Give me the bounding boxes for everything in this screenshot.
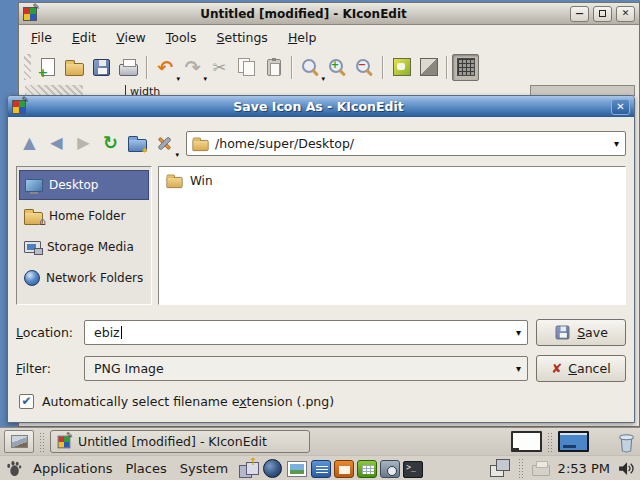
- volume-icon[interactable]: [618, 461, 635, 476]
- dialog-nav-toolbar: ▲ ◀ ▶ ↻ ✶ ▾ /home/super/Desktop/ ▾: [16, 128, 626, 158]
- globe-icon: [263, 459, 282, 478]
- writer-launcher[interactable]: [311, 460, 331, 478]
- colors-button[interactable]: [388, 54, 415, 81]
- paste-icon: [267, 59, 281, 76]
- save-button-label: Save: [577, 325, 608, 340]
- network-monitor-icon[interactable]: [490, 459, 510, 477]
- print-icon: [119, 64, 138, 76]
- toolbar-handle[interactable]: [24, 54, 31, 80]
- printer-icon[interactable]: [532, 465, 550, 476]
- location-dropdown-arrow[interactable]: ▾: [510, 321, 527, 344]
- zoom-in-button[interactable]: +: [324, 54, 351, 81]
- open-folder-icon: [65, 63, 84, 76]
- terminal-launcher[interactable]: >_: [403, 461, 423, 478]
- open-button[interactable]: [61, 54, 88, 81]
- redo-button[interactable]: ↷▾: [179, 54, 206, 81]
- back-button[interactable]: ◀: [43, 130, 70, 157]
- image-viewer-launcher[interactable]: [287, 459, 308, 478]
- kiconedit-app-icon: ✎: [58, 435, 71, 448]
- maximize-icon: [599, 10, 606, 17]
- location-input[interactable]: ebiz ▾: [84, 320, 528, 345]
- up-button[interactable]: ▲: [16, 130, 43, 157]
- configure-button[interactable]: ▾: [151, 130, 178, 157]
- impress-launcher[interactable]: [334, 460, 354, 478]
- find-icon: [301, 58, 320, 77]
- menu-tools[interactable]: Tools: [166, 30, 197, 45]
- menu-places[interactable]: Places: [123, 460, 168, 477]
- desktop-preview-icon: [11, 435, 28, 448]
- filter-combobox[interactable]: PNG Image ▾: [84, 356, 528, 381]
- file-list[interactable]: Win: [158, 166, 626, 305]
- dialog-body: ▲ ◀ ▶ ↻ ✶ ▾ /home/super/Desktop/ ▾: [8, 117, 634, 422]
- copy-button[interactable]: [233, 54, 260, 81]
- show-desktop-button[interactable]: [4, 430, 34, 453]
- cancel-x-icon: ✘: [551, 362, 562, 375]
- dialog-titlebar[interactable]: ✎ Save Icon As - KIconEdit ✕: [8, 96, 634, 117]
- grayscale-button[interactable]: [415, 54, 442, 81]
- path-combobox[interactable]: /home/super/Desktop/ ▾: [186, 131, 626, 156]
- trash-icon[interactable]: [617, 431, 636, 453]
- applet-handle[interactable]: [518, 458, 524, 478]
- close-button[interactable]: ✕: [616, 6, 635, 22]
- workspace-1-icon[interactable]: [511, 431, 542, 452]
- applet-handle[interactable]: [547, 432, 553, 452]
- grid-icon: [457, 58, 475, 76]
- cancel-button-label: Cancel: [568, 361, 610, 376]
- save-icon: [93, 59, 110, 76]
- cancel-button[interactable]: ✘ Cancel: [536, 355, 626, 382]
- filter-dropdown-arrow[interactable]: ▾: [510, 357, 527, 380]
- reload-button[interactable]: ↻: [97, 130, 124, 157]
- undo-button[interactable]: ↶▾: [152, 54, 179, 81]
- task-button-kiconedit[interactable]: ✎ Untitled [modified] - KIconEdit: [50, 430, 310, 453]
- menu-help[interactable]: Help: [288, 30, 317, 45]
- kiconedit-titlebar[interactable]: ✎ Untitled [modified] - KIconEdit — ✕: [19, 3, 639, 25]
- save-button[interactable]: Save: [536, 319, 626, 346]
- grid-toggle-button[interactable]: [452, 54, 479, 81]
- screen-tool-launcher[interactable]: ↑: [239, 459, 260, 478]
- gnome-foot-icon[interactable]: [5, 459, 22, 477]
- photo-tool-launcher[interactable]: [380, 460, 400, 478]
- path-text: /home/super/Desktop/: [210, 136, 608, 151]
- save-button-toolbar[interactable]: [88, 54, 115, 81]
- forward-button[interactable]: ▶: [70, 130, 97, 157]
- minimize-button[interactable]: —: [570, 6, 589, 22]
- new-folder-icon: ✶: [128, 139, 147, 152]
- menu-applications[interactable]: Applications: [31, 460, 114, 477]
- menu-system[interactable]: System: [178, 460, 230, 477]
- paste-button[interactable]: [260, 54, 287, 81]
- file-item-win[interactable]: Win: [165, 172, 235, 189]
- workspace-2-icon[interactable]: [558, 431, 589, 452]
- forward-icon: ▶: [77, 135, 89, 151]
- grayscale-icon: [420, 58, 438, 76]
- folder-icon: [166, 177, 182, 188]
- sidebar-item-network-folders[interactable]: Network Folders: [19, 263, 149, 293]
- new-button[interactable]: +: [34, 54, 61, 81]
- back-icon: ◀: [50, 135, 62, 151]
- sidebar-item-storage-media[interactable]: Storage Media: [19, 232, 149, 262]
- toolbar-handle[interactable]: [25, 85, 83, 95]
- sidebar-item-home-folder[interactable]: ⌂ Home Folder: [19, 201, 149, 231]
- applet-handle[interactable]: [39, 432, 45, 452]
- cut-button[interactable]: ✂: [206, 54, 233, 81]
- task-button-label: Untitled [modified] - KIconEdit: [78, 434, 267, 449]
- new-folder-button[interactable]: ✶: [124, 130, 151, 157]
- print-button[interactable]: [115, 54, 142, 81]
- menu-view[interactable]: View: [116, 30, 146, 45]
- wrench-icon: [155, 134, 174, 153]
- auto-extension-checkbox[interactable]: ✔: [19, 394, 34, 409]
- menu-settings[interactable]: Settings: [217, 30, 268, 45]
- calc-launcher[interactable]: [357, 460, 377, 478]
- menu-edit[interactable]: Edit: [72, 30, 96, 45]
- maximize-button[interactable]: [593, 6, 612, 22]
- dialog-title: Save Icon As - KIconEdit: [30, 99, 607, 114]
- web-browser-launcher[interactable]: [263, 459, 284, 478]
- find-button[interactable]: ▾: [297, 54, 324, 81]
- location-value[interactable]: ebiz: [89, 325, 510, 340]
- dialog-close-button[interactable]: ✕: [611, 99, 630, 115]
- zoom-out-button[interactable]: −: [351, 54, 378, 81]
- panel-right: 2:53 PM: [490, 458, 635, 478]
- menu-file[interactable]: File: [31, 30, 52, 45]
- clock[interactable]: 2:53 PM: [558, 461, 610, 476]
- sidebar-item-desktop[interactable]: Desktop: [19, 170, 149, 200]
- path-dropdown-arrow[interactable]: ▾: [608, 132, 625, 155]
